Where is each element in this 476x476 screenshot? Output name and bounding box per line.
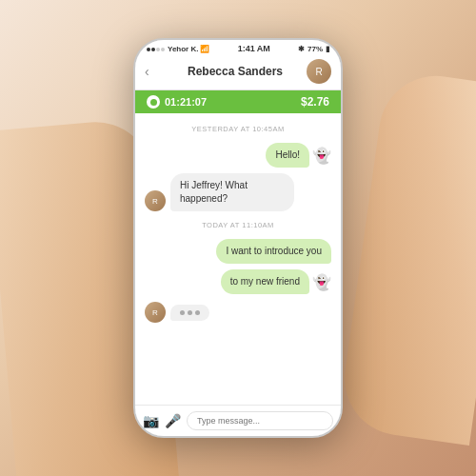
status-left: Yehor K. 📶 xyxy=(147,45,209,53)
msg-row-friend: 👻 to my new friend xyxy=(145,269,331,294)
ghost-icon-1: 👻 xyxy=(312,147,331,165)
camera-icon[interactable]: 📷 xyxy=(143,413,159,428)
ghost-icon-2: 👻 xyxy=(312,273,331,291)
timer-bar: 01:21:07 $2.76 xyxy=(135,90,341,113)
bluetooth-icon: ✱ xyxy=(298,45,305,53)
msg-row-introduce: I want to introduce you xyxy=(145,239,331,264)
phone: Yehor K. 📶 1:41 AM ✱ 77% ▮ ‹ Rebecca San… xyxy=(133,38,343,438)
typing-row: R xyxy=(145,302,331,323)
sender-avatar-1: R xyxy=(145,190,166,211)
timer-icon xyxy=(147,95,160,109)
msg-row-incoming-1: R Hi Jeffrey! What happened? xyxy=(145,173,331,211)
contact-avatar[interactable]: R xyxy=(307,59,331,84)
status-time: 1:41 AM xyxy=(238,44,270,53)
bubble-introduce: I want to introduce you xyxy=(216,239,331,264)
date-yesterday: YESTERDAY AT 10:45AM xyxy=(145,125,331,133)
mic-icon[interactable]: 🎤 xyxy=(165,413,181,428)
back-button[interactable]: ‹ xyxy=(145,64,164,79)
battery-icon: ▮ xyxy=(326,45,329,53)
bubble-friend: to my new friend xyxy=(221,269,309,294)
phone-wrapper: Yehor K. 📶 1:41 AM ✱ 77% ▮ ‹ Rebecca San… xyxy=(133,38,343,438)
carrier-label: Yehor K. xyxy=(168,45,198,53)
typing-bubble xyxy=(170,305,209,321)
signal-bars xyxy=(147,45,166,53)
input-bar: 📷 🎤 xyxy=(135,405,341,436)
nav-bar: ‹ Rebecca Sanders R xyxy=(135,55,341,90)
status-bar: Yehor K. 📶 1:41 AM ✱ 77% ▮ xyxy=(135,40,341,55)
bubble-hi-jeffrey: Hi Jeffrey! What happened? xyxy=(170,173,294,211)
timer-time: 01:21:07 xyxy=(165,96,207,108)
date-today: TODAY AT 11:10AM xyxy=(145,221,331,229)
wifi-icon: 📶 xyxy=(200,45,209,53)
sender-avatar-typing: R xyxy=(145,302,166,323)
avatar-initials: R xyxy=(315,67,322,77)
typing-dot-3 xyxy=(195,310,200,315)
typing-dot-1 xyxy=(180,310,185,315)
message-input[interactable] xyxy=(187,411,333,430)
typing-dot-2 xyxy=(188,310,192,315)
msg-row-hello: 👻 Hello! xyxy=(145,143,331,168)
contact-name: Rebecca Sanders xyxy=(164,65,307,78)
messages-area: YESTERDAY AT 10:45AM 👻 Hello! R Hi Jeffr… xyxy=(135,113,341,405)
bubble-hello: Hello! xyxy=(266,143,309,168)
timer-left: 01:21:07 xyxy=(147,95,207,109)
battery-label: 77% xyxy=(307,45,323,53)
timer-cost: $2.76 xyxy=(301,95,329,109)
status-right: ✱ 77% ▮ xyxy=(298,45,329,53)
